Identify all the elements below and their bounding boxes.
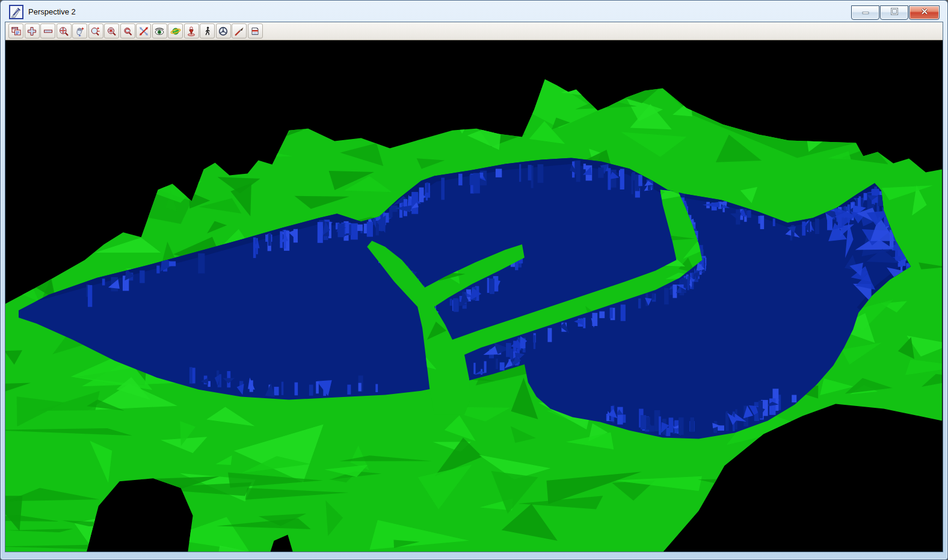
maximize-button[interactable] xyxy=(880,5,908,20)
zoom-out-button[interactable] xyxy=(40,23,55,38)
saturn-icon xyxy=(170,26,181,37)
magnifier-rotate-icon xyxy=(122,26,133,37)
walk-button[interactable] xyxy=(200,23,215,38)
magnifier-star-icon xyxy=(106,26,117,37)
print-button[interactable] xyxy=(248,23,263,38)
drive-button[interactable] xyxy=(216,23,231,38)
zoom-dynamic-button[interactable] xyxy=(88,23,103,38)
rotate-view-button[interactable] xyxy=(120,23,135,38)
perspective-window: Perspective 2 xyxy=(0,0,948,560)
magnifier-arrows-icon xyxy=(58,26,69,37)
close-icon xyxy=(917,7,932,19)
window-area-button[interactable] xyxy=(57,23,72,38)
overlapping-windows-icon xyxy=(11,26,22,37)
crossed-arrows-icon xyxy=(138,26,149,37)
walking-person-icon xyxy=(202,26,213,37)
window-title: Perspective 2 xyxy=(28,7,76,16)
plumb-view-button[interactable] xyxy=(184,23,199,38)
minimize-button[interactable] xyxy=(851,5,879,20)
minus-icon xyxy=(43,26,54,37)
terrain-canvas[interactable] xyxy=(5,40,943,552)
paintbrush-icon xyxy=(234,26,245,37)
client-area xyxy=(5,22,943,552)
close-button[interactable] xyxy=(909,5,940,20)
plumb-bob-icon xyxy=(186,26,197,37)
hand-plus-icon xyxy=(75,26,85,37)
orbit-button[interactable] xyxy=(168,23,183,38)
pan-button[interactable] xyxy=(72,23,87,38)
toolbar xyxy=(5,22,943,40)
steering-wheel-icon xyxy=(218,26,229,37)
render-button[interactable] xyxy=(232,23,247,38)
minimize-icon xyxy=(858,7,873,19)
view-prev-next-button[interactable] xyxy=(136,23,151,38)
window-controls xyxy=(851,5,940,20)
view-manager-button[interactable] xyxy=(8,23,23,38)
fit-view-button[interactable] xyxy=(104,23,119,38)
titlebar[interactable]: Perspective 2 xyxy=(1,1,947,22)
camera-view-button[interactable] xyxy=(152,23,167,38)
printer-icon xyxy=(250,26,260,37)
plus-icon xyxy=(26,26,37,37)
viewport xyxy=(5,40,943,552)
maximize-icon xyxy=(887,7,902,19)
zoom-in-button[interactable] xyxy=(25,23,40,38)
eye-icon xyxy=(154,26,165,37)
magnifier-plus-minus-icon xyxy=(90,26,101,37)
road-perspective-icon xyxy=(9,5,23,19)
